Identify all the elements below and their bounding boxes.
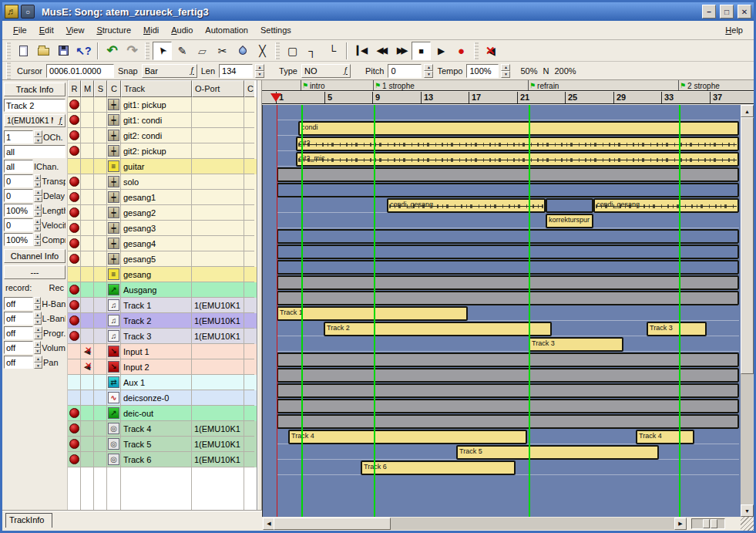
class-cell[interactable]: ♫ [107,329,121,344]
vertical-scroll-thumb[interactable] [741,117,754,374]
tempo-50-button[interactable]: 50% [519,66,539,76]
track-name[interactable]: gesang2 [121,205,192,221]
mute-cell[interactable] [81,143,94,159]
mute-cell[interactable] [81,267,94,282]
track-row[interactable]: ⇄Aux 1 [68,375,257,390]
record-cell[interactable] [68,128,81,143]
track-row[interactable]: ♫Track 31(EMU10K1 [68,329,257,344]
field-spinner[interactable]: ▲▼ [34,204,42,217]
channel-cell[interactable] [244,329,254,344]
class-cell[interactable]: ┿ [107,113,121,128]
record-dot[interactable] [69,177,79,187]
record-dot[interactable] [69,130,79,140]
header-mute[interactable]: M [81,80,94,97]
marker-flag[interactable]: ⚑intro [301,80,325,91]
undo-button[interactable]: ↶ [102,42,122,60]
track-name[interactable]: Input 2 [121,359,192,375]
part[interactable] [277,414,739,429]
part[interactable] [277,353,739,367]
mute-cell[interactable] [81,421,94,437]
track-name[interactable]: guitar [121,159,192,174]
channel-cell[interactable] [244,97,254,113]
solo-cell[interactable] [94,113,107,128]
solo-cell[interactable] [94,344,107,359]
field-spinner[interactable]: ▲▼ [34,130,42,143]
len-spinner[interactable]: ▲▼ [255,64,264,78]
mute-cell[interactable] [81,159,94,174]
part-track-2[interactable]: Track 2 [324,322,552,336]
channel-cell[interactable] [244,282,254,298]
record-button[interactable]: ● [452,42,471,60]
solo-cell[interactable] [94,143,107,159]
track-name[interactable]: Track 5 [121,437,192,452]
playhead-marker[interactable] [270,93,281,102]
marker-flag[interactable]: ⚑2 strophe [678,80,720,91]
header-record[interactable]: R [68,80,81,97]
solo-cell[interactable] [94,359,107,375]
track-row[interactable]: ┿gesang2 [68,205,257,221]
channel-cell[interactable] [244,452,254,467]
class-cell[interactable]: ┿ [107,236,121,251]
menu-file[interactable]: File [7,23,33,37]
class-cell[interactable]: ↘ [107,344,121,359]
record-dot[interactable] [69,439,79,449]
record-cell[interactable] [68,205,81,221]
mute-cell[interactable] [81,221,94,236]
track-name[interactable]: deic-out [121,406,192,421]
track-oport[interactable] [192,190,244,205]
record-cell[interactable] [68,267,81,282]
solo-cell[interactable] [94,329,107,344]
solo-cell[interactable] [94,236,107,251]
menu-settings[interactable]: Settings [254,23,297,37]
track-oport[interactable] [192,205,244,221]
mute-cell[interactable] [81,113,94,128]
mute-cell[interactable]: ◀✕ [81,344,94,359]
track-name[interactable]: Ausgang [121,282,192,298]
class-cell[interactable]: ◎ [107,421,121,437]
track-row[interactable]: ┿git2: condi [68,128,257,143]
track-row[interactable]: ┿gesang3 [68,221,257,236]
track-name[interactable]: git1: pickup [121,97,192,113]
channel-info-button[interactable]: Channel Info [4,249,66,263]
record-dot[interactable] [69,146,79,156]
mute-cell[interactable] [81,128,94,143]
field-spinner[interactable]: ▲▼ [34,312,42,325]
class-cell[interactable]: ┿ [107,190,121,205]
solo-cell[interactable] [94,174,107,190]
track-name[interactable]: Aux 1 [121,375,192,390]
track-row[interactable]: ┿git2: pickup [68,143,257,159]
toolbar-handle[interactable] [6,42,11,59]
class-cell[interactable]: ♫ [107,298,121,313]
record-cell[interactable] [68,406,81,421]
new-file-button[interactable] [14,42,33,60]
channel-cell[interactable] [244,267,254,282]
header-solo[interactable]: S [94,80,107,97]
part-tool-button[interactable]: ▢ [283,42,302,60]
track-oport[interactable] [192,359,244,375]
part[interactable] [277,399,739,413]
redo-button[interactable]: ↷ [123,42,142,60]
part[interactable] [277,291,739,305]
channel-cell[interactable] [244,251,254,267]
solo-cell[interactable] [94,159,107,174]
horizontal-scrollbar[interactable]: ◀ ▶ [263,518,687,530]
record-dot[interactable] [69,100,79,110]
cursor-field[interactable]: 0006.01.0000 [46,64,114,78]
minimize-button[interactable]: – [702,5,716,19]
zoom-slider-thumb[interactable] [711,519,717,528]
track-name[interactable]: Track 6 [121,452,192,467]
record-cell[interactable] [68,97,81,113]
open-file-button[interactable] [34,42,53,60]
field-pan[interactable]: off [4,356,33,369]
track-row[interactable]: ≡gesang [68,267,257,282]
class-cell[interactable]: ◎ [107,452,121,467]
pitch-field[interactable]: 0 [388,64,422,78]
forward-button[interactable]: ▶▶ [391,42,411,60]
channel-cell[interactable] [244,113,254,128]
field-spinner[interactable]: ▲▼ [34,297,41,310]
play-button[interactable]: ▶ [432,42,451,60]
channel-cell[interactable] [244,143,254,159]
track-name[interactable]: Track 3 [121,329,192,344]
mute-cell[interactable] [81,282,94,298]
record-cell[interactable] [68,159,81,174]
